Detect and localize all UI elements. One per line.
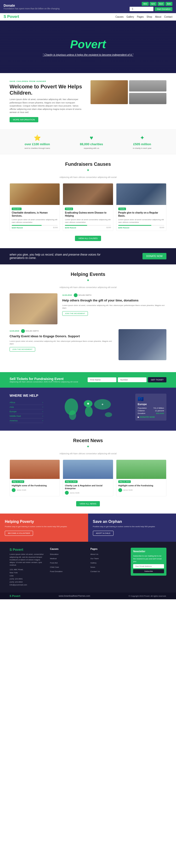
stat-icon-2: ✦: [140, 134, 145, 141]
card-progress-bar-0: [12, 225, 42, 226]
fundraisers-title: Fundraisers Causes: [9, 161, 167, 167]
nav-link-shop[interactable]: Shop: [147, 16, 152, 18]
donate-input-row: Start Donation: [129, 7, 172, 11]
top-bar-left: Donate Foundation has spent more than $4…: [4, 4, 60, 10]
card-body-0: Education Charitable donations, is Human…: [10, 205, 60, 231]
news-avatar-0: [12, 488, 16, 492]
amount-btn-3[interactable]: $40: [166, 2, 172, 6]
donate-amount-input[interactable]: [129, 7, 153, 11]
event-desc-1: Lorem ipsum dolor sit amet, consectetur …: [9, 340, 114, 345]
footer-address: 123, ABC Road, New York USA: [9, 568, 45, 577]
stat-value-1: 88,000 charities: [80, 142, 103, 146]
where-item-1[interactable]: Asia›: [9, 405, 43, 409]
footer-newsletter: Newsletter Subscribe to our mailing list…: [131, 548, 167, 576]
card-goal-1: $1000: [106, 227, 111, 229]
where-arrow-3: ›: [42, 415, 43, 417]
news-card-title-0: Highlight some of the Fundraising: [12, 485, 58, 487]
svg-point-6: [105, 412, 112, 417]
start-donation-btn[interactable]: Start Donation: [155, 7, 172, 11]
footer-page-0[interactable]: About Us: [91, 553, 98, 555]
nav-link-causes[interactable]: Causes: [116, 16, 124, 18]
card-progress-0: [12, 225, 58, 226]
amount-btn-2[interactable]: $10: [157, 2, 165, 6]
view-all-news-btn[interactable]: VIEW ALL NEWS: [76, 501, 100, 506]
event-author-name-0: NOLAN SMITH: [78, 294, 92, 296]
avatar-icon-0: [74, 293, 78, 297]
news-card-img-1: [63, 460, 113, 479]
fundraisers-subtitle: Adipiscing elit Nam ultrices consectetur…: [9, 176, 167, 179]
footer-cause-1[interactable]: Medical: [50, 557, 57, 560]
where-item-2[interactable]: Europe›: [9, 409, 43, 414]
nav-link-contact[interactable]: Contact: [164, 16, 172, 18]
news-date-1: May 13, 2019: [65, 480, 77, 483]
news-avatar-1: [65, 491, 69, 495]
nav-link-about[interactable]: About: [155, 16, 161, 18]
country-donate[interactable]: ▶ DONATE NOW: [138, 416, 164, 418]
welcome-img-2: [129, 80, 167, 91]
news-card-title-1: Charity Law & Regulation and Social Ente…: [65, 485, 111, 490]
welcome-more-btn[interactable]: MORE INFORMATION: [9, 117, 38, 122]
nav-link-pages[interactable]: Pages: [137, 16, 144, 18]
where-item-0[interactable]: Africa›: [9, 400, 43, 405]
ticket-subtitle: Adipiscing elit Nam ultrices consectetur…: [9, 381, 78, 383]
footer-cause-0[interactable]: Education: [50, 553, 59, 555]
map-area: [48, 394, 130, 425]
join-btn-1[interactable]: JOIN THE MOVEMENT: [9, 347, 35, 351]
welcome-label: SAVE CHILDREN FROM HUNGER: [9, 80, 86, 83]
news-author-1: James Smith: [70, 492, 79, 494]
view-all-causes-btn[interactable]: VIEW ALL CAUSES: [75, 236, 101, 241]
stat-0: ⭐ over £100 million sent to charities th…: [24, 134, 50, 149]
cta-helping-title: Helping Poverty: [5, 520, 83, 524]
footer-newsletter-btn[interactable]: Subscribe: [133, 569, 164, 573]
footer-pages-links: About Us Our Team Gallery News Contact U…: [91, 552, 126, 573]
footer-col-newsletter: Newsletter Subscribe to our mailing list…: [131, 548, 167, 587]
event-author-name-1: NOLAN SMITH: [26, 330, 39, 332]
nav-link-gallery[interactable]: Gallery: [126, 16, 134, 18]
fundraisers-section: Fundraisers Causes ✦ Adipiscing elit Nam…: [0, 154, 176, 248]
card-title-2: People give to charity on a Regular Basi…: [118, 211, 164, 217]
where-region-0: Africa: [9, 401, 15, 404]
where-item-4[interactable]: America›: [9, 418, 43, 423]
adopt-child-btn[interactable]: ADOPT A CHILD: [93, 531, 114, 536]
footer-page-4[interactable]: Contact Us: [91, 570, 100, 572]
footer-cause-2[interactable]: Food Aid: [50, 562, 58, 564]
card-meta-1: $340 Raised $1000: [65, 227, 111, 229]
country-stat-children: Children 11 percent: [138, 410, 164, 412]
news-divider-icon: ✦: [86, 444, 90, 449]
footer-page-1[interactable]: Our Team: [91, 557, 99, 560]
where-item-3[interactable]: Middle East›: [9, 414, 43, 418]
event-author-0: NOLAN SMITH: [74, 293, 92, 297]
donate-amounts: $50 $25 $10 $40: [142, 2, 172, 6]
footer-email: info@youremail.com: [9, 584, 45, 587]
news-card-2: May 13, 2019 Highlight some of the Fundr…: [116, 460, 167, 496]
event-meta-1: 12.03.2019 NOLAN SMITH: [9, 329, 114, 333]
events-divider-icon: ✦: [86, 278, 90, 283]
fundraisers-divider: ✦: [9, 168, 167, 173]
dark-banner: when you give, you help us record, share…: [0, 248, 176, 265]
where-section: WHERE WE HELP Africa› Asia› Europe› Midd…: [0, 388, 176, 431]
footer-causes-title: Causes: [50, 548, 86, 550]
donate-now-btn[interactable]: DONATE NOW: [143, 253, 167, 259]
footer-cause-3[interactable]: Child Care: [50, 566, 59, 568]
amount-btn-0[interactable]: $50: [142, 2, 149, 6]
become-volunteer-btn[interactable]: BECOME A VOLUNTEER: [5, 531, 33, 536]
footer-main: S Povert Lorem ipsum dolor sit amet, con…: [0, 542, 176, 593]
donate-title: Donate: [4, 4, 60, 7]
footer-cause-4[interactable]: Fund Donation: [50, 570, 62, 572]
get-ticket-btn[interactable]: GET TICKET: [148, 377, 167, 382]
card-desc-0: Lorem ipsum dolor sit amet consectetur a…: [12, 218, 58, 223]
ticket-phone-input[interactable]: [118, 377, 147, 382]
event-meta-0: 12.03.2019 NOLAN SMITH: [62, 293, 167, 297]
cta-helping: Helping Poverty Positive way to get trai…: [0, 514, 88, 542]
footer-newsletter-title: Newsletter: [133, 550, 164, 553]
ticket-name-input[interactable]: [87, 377, 116, 382]
footer-page-3[interactable]: News: [91, 566, 95, 568]
news-date-2: May 13, 2019: [118, 480, 131, 483]
news-date-0: May 12, 2019: [12, 480, 24, 483]
amount-btn-1[interactable]: $25: [150, 2, 157, 6]
news-card-1: May 13, 2019 Charity Law & Regulation an…: [63, 460, 113, 496]
footer-page-2[interactable]: Gallery: [91, 562, 97, 564]
event-row-0: 12.03.2019 NOLAN SMITH Help others throu…: [9, 293, 167, 324]
join-btn-0[interactable]: JOIN THE MOVEMENT: [62, 311, 88, 316]
footer-newsletter-input[interactable]: [133, 564, 164, 568]
